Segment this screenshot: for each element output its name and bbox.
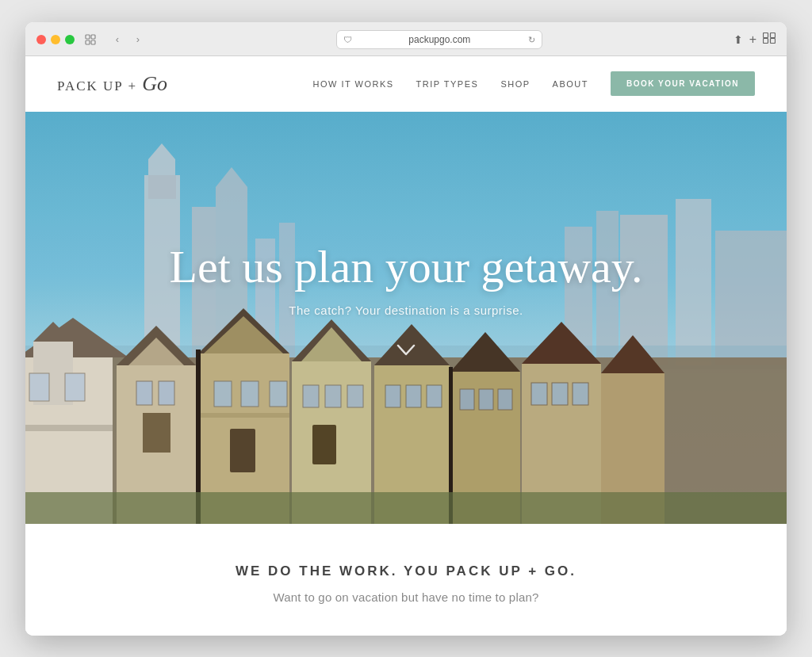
svg-rect-1 — [91, 35, 95, 39]
below-fold-section: WE DO THE WORK. YOU PACK UP + GO. Want t… — [25, 524, 787, 636]
section-title: WE DO THE WORK. YOU PACK UP + GO. — [57, 563, 755, 579]
svg-rect-0 — [86, 35, 90, 39]
nav-about[interactable]: ABOUT — [553, 79, 588, 89]
back-button[interactable]: ‹ — [109, 32, 125, 48]
svg-rect-4 — [764, 33, 768, 38]
svg-rect-6 — [764, 39, 768, 44]
logo-script: Go — [142, 72, 167, 95]
hero-content: Let us plan your getaway. The catch? You… — [138, 242, 675, 361]
nav-shop[interactable]: SHOP — [500, 79, 530, 89]
site-logo: PACK UP + Go — [57, 72, 167, 96]
hero-subtitle: The catch? Your destination is a surpris… — [170, 304, 643, 317]
book-vacation-button[interactable]: BOOK YOUR VACATION — [611, 71, 755, 96]
new-tab-icon[interactable]: + — [749, 32, 756, 47]
traffic-lights — [36, 35, 75, 44]
hero-section: Let us plan your getaway. The catch? You… — [25, 112, 787, 524]
svg-rect-7 — [771, 39, 776, 44]
browser-actions: ⬆ + — [733, 32, 776, 47]
share-icon[interactable]: ⬆ — [733, 33, 743, 46]
site-header: PACK UP + Go HOW IT WORKS TRIP TYPES SHO… — [25, 56, 787, 112]
nav-how-it-works[interactable]: HOW IT WORKS — [312, 79, 393, 89]
browser-chrome: ‹ › 🛡 packupgo.com ↻ ⬆ + — [25, 22, 787, 56]
browser-nav: ‹ › — [109, 32, 146, 48]
window-toggle-icon[interactable] — [82, 32, 98, 48]
nav-trip-types[interactable]: TRIP TYPES — [416, 79, 479, 89]
refresh-icon[interactable]: ↻ — [528, 34, 535, 44]
tabs-icon[interactable] — [763, 32, 776, 46]
address-bar[interactable]: 🛡 packupgo.com ↻ — [336, 30, 542, 49]
site-nav: HOW IT WORKS TRIP TYPES SHOP ABOUT BOOK … — [312, 71, 755, 96]
addressbar-wrap: 🛡 packupgo.com ↻ — [154, 30, 726, 49]
svg-rect-5 — [771, 33, 776, 38]
maximize-button[interactable] — [65, 35, 75, 44]
logo-text: PACK UP + — [57, 78, 142, 94]
url-text: packupgo.com — [408, 34, 470, 45]
forward-button[interactable]: › — [130, 32, 146, 48]
section-subtitle: Want to go on vacation but have no time … — [57, 590, 755, 604]
website-content: PACK UP + Go HOW IT WORKS TRIP TYPES SHO… — [25, 56, 787, 636]
svg-rect-2 — [86, 40, 90, 44]
svg-rect-3 — [91, 40, 95, 44]
minimize-button[interactable] — [51, 35, 60, 44]
browser-window: ‹ › 🛡 packupgo.com ↻ ⬆ + — [25, 22, 787, 636]
hero-title: Let us plan your getaway. — [170, 242, 643, 292]
hero-chevron-icon — [170, 341, 643, 361]
close-button[interactable] — [36, 35, 46, 44]
shield-icon: 🛡 — [343, 35, 352, 44]
